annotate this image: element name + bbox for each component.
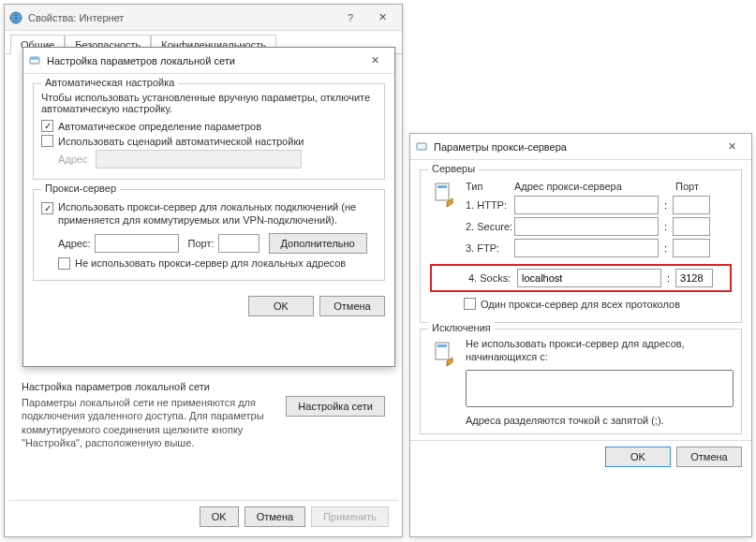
secure-address-input[interactable] bbox=[514, 217, 659, 236]
socks-address-input[interactable] bbox=[517, 269, 661, 287]
secure-port-input[interactable] bbox=[673, 217, 710, 236]
http-port-input[interactable] bbox=[673, 196, 710, 214]
proxy-address-label: Адрес: bbox=[58, 238, 91, 249]
servers-icon bbox=[430, 180, 460, 210]
svg-rect-7 bbox=[437, 344, 447, 347]
cancel-button[interactable]: Отмена bbox=[319, 296, 385, 316]
ok-button[interactable]: OK bbox=[248, 296, 314, 316]
type-http: 1. HTTP: bbox=[466, 199, 514, 211]
script-address-label: Адрес bbox=[58, 154, 96, 165]
socks-port-input[interactable] bbox=[675, 269, 713, 287]
use-script-label: Использовать сценарий автоматической нас… bbox=[58, 136, 304, 147]
internet-icon bbox=[8, 10, 23, 25]
lan-icon bbox=[27, 53, 42, 68]
bypass-local-label: Не использовать прокси-сервер для локаль… bbox=[75, 257, 346, 269]
lan-settings-button[interactable]: Настройка сети bbox=[286, 396, 385, 417]
type-secure: 2. Secure: bbox=[466, 221, 514, 232]
bypass-local-checkbox[interactable] bbox=[58, 257, 70, 270]
ftp-address-input[interactable] bbox=[514, 239, 659, 257]
exceptions-text: Не использовать прокси-сервер для адресо… bbox=[466, 337, 734, 364]
proxy-port-label: Порт: bbox=[188, 238, 215, 249]
internet-props-titlebar: Свойства: Интернет ? ✕ bbox=[5, 5, 402, 31]
exceptions-hint: Адреса разделяются точкой с запятой (;). bbox=[466, 415, 734, 426]
proxy-legend: Прокси-сервер bbox=[41, 183, 120, 194]
auto-detect-checkbox[interactable] bbox=[41, 120, 53, 132]
proxy-settings-window: Параметры прокси-сервера ✕ Серверы Тип А… bbox=[409, 133, 752, 537]
close-button[interactable]: ✕ bbox=[716, 137, 748, 157]
ok-button[interactable]: OK bbox=[200, 506, 239, 527]
exceptions-legend: Исключения bbox=[428, 322, 495, 333]
cancel-button[interactable]: Отмена bbox=[676, 447, 742, 467]
svg-rect-5 bbox=[437, 185, 447, 188]
same-proxy-label: Один прокси-сервер для всех протоколов bbox=[481, 299, 680, 310]
svg-rect-2 bbox=[31, 58, 38, 60]
close-button[interactable]: ✕ bbox=[359, 51, 391, 71]
servers-group: Серверы Тип Адрес прокси-сервера Порт 1.… bbox=[420, 169, 742, 323]
close-button[interactable]: ✕ bbox=[366, 7, 398, 28]
auto-config-text: Чтобы использовать установленные вручную… bbox=[41, 92, 377, 114]
http-address-input[interactable] bbox=[514, 196, 659, 214]
socks-highlight: 4. Socks: : bbox=[430, 264, 732, 292]
use-proxy-checkbox[interactable] bbox=[41, 202, 53, 214]
advanced-button[interactable]: Дополнительно bbox=[269, 233, 367, 254]
lan-section-text: Параметры локальной сети не применяются … bbox=[22, 396, 276, 449]
same-proxy-checkbox[interactable] bbox=[464, 298, 476, 310]
exceptions-group: Исключения Не использовать прокси-сервер… bbox=[420, 329, 742, 434]
proxy-port-input[interactable] bbox=[218, 234, 259, 253]
proxy-window-icon bbox=[414, 139, 429, 154]
ok-button[interactable]: OK bbox=[605, 447, 671, 467]
svg-rect-3 bbox=[417, 143, 426, 150]
help-button[interactable]: ? bbox=[334, 7, 366, 28]
internet-props-title: Свойства: Интернет bbox=[28, 12, 334, 23]
cancel-button[interactable]: Отмена bbox=[245, 506, 305, 527]
lan-section-title: Настройка параметров локальной сети bbox=[22, 381, 385, 392]
type-socks: 4. Socks: bbox=[468, 272, 517, 284]
script-address-input bbox=[96, 150, 302, 168]
lan-settings-dialog: Настройка параметров локальной сети ✕ Ав… bbox=[22, 47, 395, 367]
servers-legend: Серверы bbox=[428, 163, 479, 174]
use-script-checkbox[interactable] bbox=[41, 135, 53, 147]
col-type: Тип bbox=[466, 181, 514, 192]
proxy-window-title: Параметры прокси-сервера bbox=[434, 141, 716, 153]
col-port: Порт bbox=[675, 181, 699, 192]
exceptions-textarea[interactable] bbox=[466, 370, 734, 407]
proxy-group: Прокси-сервер Использовать прокси-сервер… bbox=[33, 189, 385, 281]
auto-config-group: Автоматическая настройка Чтобы использов… bbox=[33, 83, 385, 180]
col-addr: Адрес прокси-сервера bbox=[514, 181, 662, 192]
lan-settings-title: Настройка параметров локальной сети bbox=[47, 55, 359, 66]
auto-config-legend: Автоматическая настройка bbox=[41, 77, 178, 88]
proxy-address-input[interactable] bbox=[95, 234, 179, 253]
ftp-port-input[interactable] bbox=[673, 239, 710, 257]
apply-button: Применить bbox=[311, 506, 389, 527]
exceptions-icon bbox=[430, 339, 460, 369]
auto-detect-label: Автоматическое определение параметров bbox=[58, 121, 261, 132]
type-ftp: 3. FTP: bbox=[466, 242, 514, 254]
use-proxy-label: Использовать прокси-сервер для локальных… bbox=[58, 200, 377, 227]
